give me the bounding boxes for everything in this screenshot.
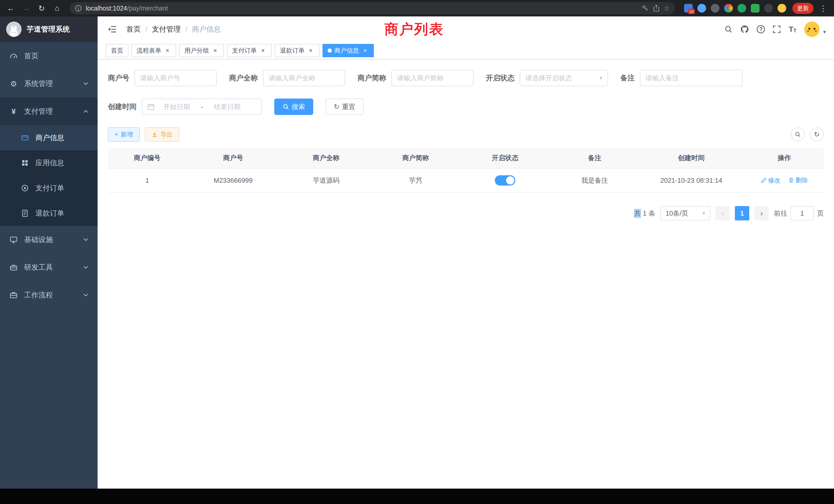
search-button[interactable]: 搜索 xyxy=(274,98,313,115)
chrome-update-button[interactable]: 更新 xyxy=(792,3,813,14)
page-size-select[interactable]: 10条/页 ▾ xyxy=(660,206,710,221)
close-icon[interactable]: × xyxy=(212,47,219,54)
chevron-down-icon xyxy=(83,82,88,86)
short-name-input[interactable] xyxy=(391,70,474,86)
pagination-total-suffix: 条 xyxy=(649,209,655,218)
sidebar-item-label: 首页 xyxy=(24,51,39,61)
delete-link-label: 删除 xyxy=(795,176,808,184)
tab-merchant-info[interactable]: 商户信息 × xyxy=(323,44,374,57)
navbar-actions: ? TT ▾ xyxy=(724,22,826,37)
user-avatar[interactable] xyxy=(804,22,820,37)
start-date-input[interactable] xyxy=(158,103,196,111)
col-header-actions: 操作 xyxy=(745,148,824,168)
tab-process-form[interactable]: 流程表单 × xyxy=(131,44,176,57)
refresh-table-button[interactable]: ↻ xyxy=(810,128,824,141)
extension-icon[interactable] xyxy=(751,4,760,13)
cell-remark: 我是备注 xyxy=(552,168,638,192)
reset-button[interactable]: ↻ 重置 xyxy=(326,98,364,115)
sidebar-item-label: 退款订单 xyxy=(36,208,64,218)
cell-status xyxy=(459,168,552,192)
page-info-icon[interactable] xyxy=(75,5,82,12)
extension-icon[interactable] xyxy=(738,4,746,13)
full-name-input-field[interactable] xyxy=(269,74,339,82)
close-icon[interactable]: × xyxy=(259,47,266,54)
extension-icon[interactable] xyxy=(777,4,786,13)
sidebar-item-app-info[interactable]: 应用信息 xyxy=(0,151,97,176)
sidebar-item-refund-orders[interactable]: 退款订单 xyxy=(0,201,97,226)
add-button[interactable]: + 新增 xyxy=(108,127,140,142)
address-bar[interactable]: localhost:1024/pay/merchant ☆ xyxy=(70,2,675,14)
pagination-total-count: 1 xyxy=(643,209,646,217)
active-tab-dot xyxy=(328,48,332,53)
sidebar-fold-icon[interactable] xyxy=(106,25,119,33)
close-icon[interactable]: × xyxy=(307,47,314,54)
merchant-no-input[interactable] xyxy=(135,70,217,86)
extension-icon[interactable] xyxy=(697,4,706,13)
date-range-picker[interactable]: - xyxy=(142,98,262,115)
help-question-icon[interactable]: ? xyxy=(757,25,765,33)
browser-back-icon[interactable]: ← xyxy=(5,3,17,14)
remark-input[interactable] xyxy=(640,70,743,86)
extension-icon[interactable]: 10 xyxy=(684,4,693,13)
status-select[interactable]: 请选择开启状态 ▾ xyxy=(520,70,608,86)
close-icon[interactable]: × xyxy=(361,47,369,54)
close-icon[interactable]: × xyxy=(164,47,171,54)
browser-menu-kebab-icon[interactable]: ⋮ xyxy=(817,3,829,14)
sidebar-item-dev-tools[interactable]: 研发工具 xyxy=(0,254,97,281)
chevron-down-icon: ▾ xyxy=(702,210,705,216)
short-name-input-field[interactable] xyxy=(397,74,468,82)
calendar-icon xyxy=(147,103,155,110)
goto-page-input[interactable] xyxy=(790,206,814,221)
app-logo[interactable]: 芋道管理系统 xyxy=(0,17,97,42)
filter-label: 商户简称 xyxy=(357,73,386,83)
browser-home-icon[interactable]: ⌂ xyxy=(51,3,63,14)
main-area: 首页 / 支付管理 / 商户信息 商户列表 ? xyxy=(97,17,834,488)
prev-page-button[interactable]: ‹ xyxy=(716,206,730,221)
breadcrumb-home[interactable]: 首页 xyxy=(126,24,141,34)
extension-icon[interactable] xyxy=(764,4,773,13)
full-name-input[interactable] xyxy=(263,70,345,86)
col-header-remark: 备注 xyxy=(552,148,638,168)
font-size-icon[interactable]: TT xyxy=(789,25,796,33)
tab-home[interactable]: 首页 xyxy=(106,44,128,57)
sidebar-item-workflow[interactable]: 工作流程 xyxy=(0,281,97,309)
next-page-button[interactable]: › xyxy=(754,206,769,221)
breadcrumb-payment[interactable]: 支付管理 xyxy=(152,24,181,34)
logo-avatar xyxy=(6,22,22,37)
end-date-input[interactable] xyxy=(208,103,246,111)
tab-user-group[interactable]: 用户分组 × xyxy=(179,44,224,57)
page-1-button[interactable]: 1 xyxy=(735,206,749,221)
search-icon[interactable] xyxy=(724,25,732,33)
sidebar-item-merchant-info[interactable]: 商户信息 xyxy=(0,125,97,151)
extension-icon[interactable] xyxy=(711,4,720,13)
col-header-short-name: 商户简称 xyxy=(373,148,459,168)
delete-link[interactable]: 删除 xyxy=(788,176,808,184)
sidebar-item-label: 系统管理 xyxy=(24,79,53,89)
status-switch[interactable] xyxy=(495,175,515,186)
merchant-no-input-field[interactable] xyxy=(140,74,211,82)
github-icon[interactable] xyxy=(740,25,749,33)
edit-link[interactable]: 修改 xyxy=(761,176,780,184)
browser-reload-icon[interactable]: ↻ xyxy=(36,3,47,14)
sidebar-item-home[interactable]: 首页 xyxy=(0,42,97,70)
sidebar-item-pay-orders[interactable]: 支付订单 xyxy=(0,176,97,201)
password-key-icon[interactable] xyxy=(642,5,649,12)
export-button[interactable]: 导出 xyxy=(145,127,179,142)
tab-refund-orders[interactable]: 退款订单 × xyxy=(275,44,320,57)
toggle-search-button[interactable] xyxy=(791,128,805,141)
remark-input-field[interactable] xyxy=(645,74,737,82)
tab-pay-orders[interactable]: 支付订单 × xyxy=(227,44,272,57)
fullscreen-icon[interactable] xyxy=(773,25,781,33)
profile-avatar-icon[interactable] xyxy=(724,4,733,13)
filter-label: 商户全称 xyxy=(229,73,258,83)
sidebar-item-infrastructure[interactable]: 基础设施 xyxy=(0,226,97,254)
browser-forward-icon[interactable]: → xyxy=(21,3,32,14)
yen-icon: ¥ xyxy=(9,107,18,116)
filter-label: 商户号 xyxy=(108,73,129,83)
sidebar-item-payment[interactable]: ¥ 支付管理 xyxy=(0,97,97,125)
share-icon[interactable] xyxy=(653,5,660,12)
sidebar-item-label: 支付管理 xyxy=(24,107,53,116)
bookmark-star-icon[interactable]: ☆ xyxy=(664,4,670,12)
avatar-caret-down-icon[interactable]: ▾ xyxy=(823,29,826,35)
sidebar-item-system[interactable]: ⚙ 系统管理 xyxy=(0,70,97,97)
